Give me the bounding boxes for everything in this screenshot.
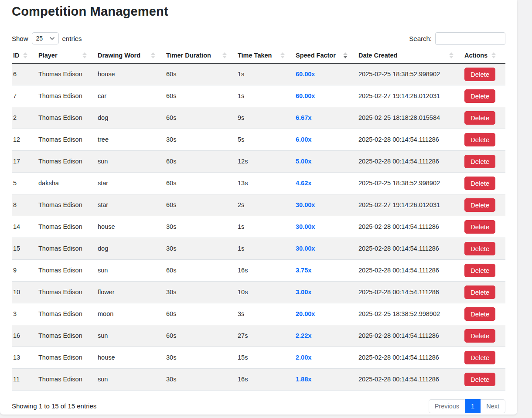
delete-button[interactable]: Delete — [464, 351, 495, 364]
column-label: Speed Factor — [296, 52, 336, 59]
pagination-previous-button[interactable]: Previous — [429, 399, 465, 413]
table-row: 5dakshastar60s13s4.62x2025-02-25 18:38:5… — [12, 172, 505, 194]
sort-icon — [343, 52, 348, 58]
player-cell: Thomas Edison — [37, 325, 96, 347]
pagination-next-button[interactable]: Next — [480, 399, 505, 413]
speed-factor-cell: 1.88x — [294, 368, 357, 390]
delete-button[interactable]: Delete — [464, 133, 495, 146]
speed-factor-cell: 20.00x — [294, 303, 357, 325]
table-row: 3Thomas Edisonmoon60s3s20.00x2025-02-25 … — [12, 303, 505, 325]
speed-factor-cell: 60.00x — [294, 85, 357, 107]
entries-label: entries — [62, 35, 82, 42]
taken-cell: 1s — [236, 216, 294, 238]
id-cell: 2 — [12, 107, 37, 129]
table-row: 13Thomas Edisonhouse30s15s2.00x2025-02-2… — [12, 347, 505, 368]
id-cell: 8 — [12, 194, 37, 216]
table-row: 14Thomas Edisonhouse30s1s30.00x2025-02-2… — [12, 216, 505, 238]
table-header: IDPlayerDrawing WordTimer DurationTime T… — [12, 49, 505, 63]
column-header-date-created[interactable]: Date Created — [357, 49, 463, 63]
column-header-time-taken[interactable]: Time Taken — [236, 49, 294, 63]
date-created-cell: 2025-02-28 00:14:54.111286 — [357, 150, 463, 172]
table-footer: Showing 1 to 15 of 15 entries Previous1N… — [12, 399, 505, 413]
delete-button[interactable]: Delete — [464, 111, 495, 125]
id-cell: 12 — [12, 129, 37, 150]
delete-button[interactable]: Delete — [464, 285, 495, 299]
delete-button[interactable]: Delete — [464, 329, 495, 343]
delete-button[interactable]: Delete — [464, 89, 495, 103]
timer-cell: 60s — [165, 259, 236, 281]
delete-button[interactable]: Delete — [464, 373, 495, 386]
taken-cell: 16s — [236, 259, 294, 281]
timer-cell: 60s — [165, 150, 236, 172]
delete-button[interactable]: Delete — [464, 242, 495, 255]
pagination-page-1[interactable]: 1 — [465, 399, 481, 413]
table-row: 8Thomas Edisonstar60s2s30.00x2025-02-27 … — [12, 194, 505, 216]
taken-cell: 2s — [236, 194, 294, 216]
column-header-timer-duration[interactable]: Timer Duration — [165, 49, 236, 63]
search-input[interactable] — [435, 32, 505, 45]
timer-cell: 30s — [165, 238, 236, 259]
taken-cell: 13s — [236, 172, 294, 194]
column-label: Time Taken — [238, 52, 272, 59]
column-header-drawing-word[interactable]: Drawing Word — [96, 49, 165, 63]
speed-factor-cell: 30.00x — [294, 194, 357, 216]
column-header-speed-factor[interactable]: Speed Factor — [294, 49, 357, 63]
id-cell: 15 — [12, 238, 37, 259]
taken-cell: 5s — [236, 129, 294, 150]
word-cell: sun — [96, 150, 165, 172]
date-created-cell: 2025-02-28 00:14:54.111286 — [357, 129, 463, 150]
content-card: Competition Management Show 25 entries S… — [0, 0, 517, 415]
taken-cell: 16s — [236, 368, 294, 390]
actions-cell: Delete — [463, 325, 505, 347]
column-header-player[interactable]: Player — [37, 49, 96, 63]
table-row: 2Thomas Edisondog60s9s6.67x2025-02-25 18… — [12, 107, 505, 129]
date-created-cell: 2025-02-28 00:14:54.111286 — [357, 238, 463, 259]
delete-button[interactable]: Delete — [464, 264, 495, 277]
column-header-id[interactable]: ID — [12, 49, 37, 63]
delete-button[interactable]: Delete — [464, 220, 495, 234]
date-created-cell: 2025-02-28 00:14:54.111286 — [357, 259, 463, 281]
delete-button[interactable]: Delete — [464, 177, 495, 190]
word-cell: sun — [96, 259, 165, 281]
timer-cell: 60s — [165, 107, 236, 129]
delete-button[interactable]: Delete — [464, 307, 495, 321]
search-label: Search: — [409, 35, 432, 42]
date-created-cell: 2025-02-28 00:14:54.111286 — [357, 347, 463, 368]
speed-factor-cell: 6.00x — [294, 129, 357, 150]
timer-cell: 60s — [165, 303, 236, 325]
word-cell: house — [96, 347, 165, 368]
table-row: 15Thomas Edisondog30s1s30.00x2025-02-28 … — [12, 238, 505, 259]
table-row: 11Thomas Edisonsun30s16s1.88x2025-02-28 … — [12, 368, 505, 390]
taken-cell: 10s — [236, 281, 294, 303]
delete-button[interactable]: Delete — [464, 198, 495, 212]
timer-cell: 60s — [165, 85, 236, 107]
id-cell: 13 — [12, 347, 37, 368]
timer-cell: 60s — [165, 63, 236, 85]
chevron-down-icon — [50, 37, 55, 40]
entries-select[interactable]: 25 — [32, 32, 59, 44]
speed-factor-cell: 3.75x — [294, 259, 357, 281]
id-cell: 6 — [12, 63, 37, 85]
delete-button[interactable]: Delete — [464, 155, 495, 168]
speed-factor-cell: 5.00x — [294, 150, 357, 172]
speed-factor-cell: 2.22x — [294, 325, 357, 347]
actions-cell: Delete — [463, 63, 505, 85]
timer-cell: 60s — [165, 325, 236, 347]
speed-factor-cell: 2.00x — [294, 347, 357, 368]
actions-cell: Delete — [463, 129, 505, 150]
taken-cell: 1s — [236, 85, 294, 107]
speed-factor-cell: 3.00x — [294, 281, 357, 303]
word-cell: dog — [96, 107, 165, 129]
actions-cell: Delete — [463, 303, 505, 325]
table-row: 17Thomas Edisonsun60s12s5.00x2025-02-28 … — [12, 150, 505, 172]
table-row: 12Thomas Edisontree30s5s6.00x2025-02-28 … — [12, 129, 505, 150]
date-created-cell: 2025-02-28 00:14:54.111286 — [357, 325, 463, 347]
table-controls: Show 25 entries Search: — [12, 32, 505, 45]
delete-button[interactable]: Delete — [464, 68, 495, 81]
id-cell: 7 — [12, 85, 37, 107]
id-cell: 14 — [12, 216, 37, 238]
actions-cell: Delete — [463, 150, 505, 172]
column-label: Actions — [464, 52, 488, 59]
column-header-actions[interactable]: Actions — [463, 49, 505, 63]
taken-cell: 1s — [236, 63, 294, 85]
